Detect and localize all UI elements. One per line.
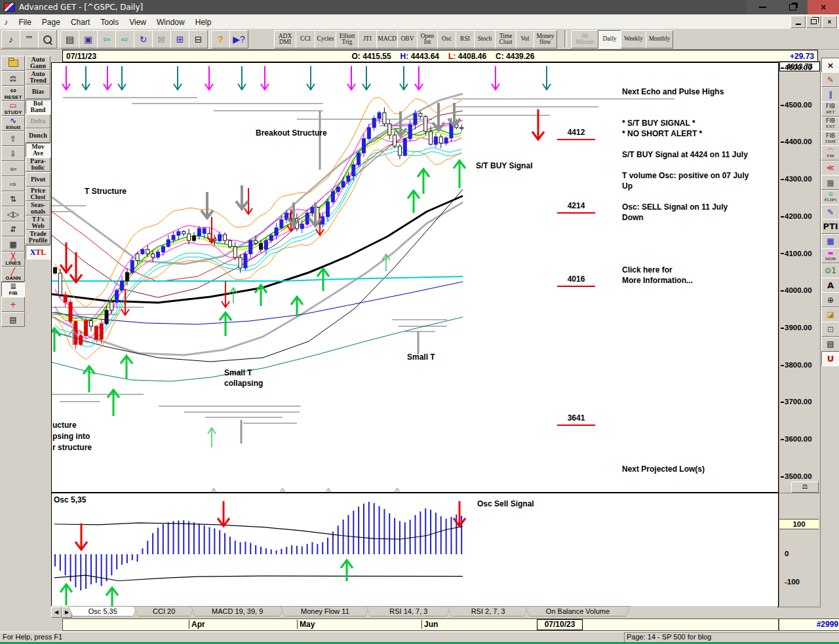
grid-icon[interactable]: ▦ [1, 237, 25, 252]
timeframe-daily[interactable]: Daily [598, 30, 621, 48]
menu-file[interactable]: File [14, 16, 37, 28]
menu-tools[interactable]: Tools [95, 16, 124, 28]
pencil-icon[interactable]: ✎ [821, 72, 839, 87]
study-donch[interactable]: Donch [26, 128, 50, 143]
indicator-macd[interactable]: MACD [376, 30, 398, 48]
study-bol-band[interactable]: BolBand [26, 100, 50, 114]
study-bias[interactable]: Bias [26, 85, 50, 99]
lines-icon[interactable]: ╳LINES [1, 252, 25, 267]
tab-rsi-2-7-3[interactable]: RSI 2, 7, 3 [448, 606, 529, 616]
help-icon[interactable]: ? [211, 30, 230, 48]
tab-cci-20[interactable]: CCI 20 [134, 606, 195, 616]
study-xtl[interactable]: XTL [26, 245, 50, 259]
mdi-close-button[interactable]: × [822, 16, 837, 28]
tab-macd-19-39-9[interactable]: MACD 19, 39, 9 [191, 606, 284, 616]
arrow-up-icon[interactable]: ⇧ [1, 131, 25, 146]
arrow-down-icon[interactable]: ⇩ [1, 146, 25, 161]
fib-icon[interactable]: ≣FIB [1, 282, 25, 297]
mdi-restore-button[interactable] [806, 16, 821, 28]
zoom-tool-icon[interactable] [38, 30, 57, 48]
save-page-icon[interactable]: ▣ [79, 30, 98, 48]
study-trade-profile[interactable]: TradeProfile [26, 230, 50, 244]
indicator-jti[interactable]: JTI [358, 30, 377, 48]
study-delta[interactable]: Delta [26, 114, 50, 128]
zoom-in-icon[interactable]: ⊕ [821, 292, 839, 307]
eraser-icon[interactable]: ◪ [821, 307, 839, 322]
tab-money-flow-11[interactable]: Money Flow 11 [281, 606, 370, 616]
indicator-open-int[interactable]: OpenInt [417, 30, 438, 48]
timeframe-60-minute[interactable]: 60Minute [571, 30, 598, 48]
print-icon[interactable]: ⊟ [189, 30, 208, 48]
study-price-clust[interactable]: PriceClust [26, 187, 50, 201]
minimize-button[interactable] [747, 0, 777, 14]
menu-window[interactable]: Window [151, 16, 190, 28]
arrow-left-icon[interactable]: ⇦ [1, 161, 25, 176]
pti-button[interactable]: PTI [821, 219, 839, 234]
fib-ext-button[interactable]: FIBEXT [821, 117, 839, 132]
study-auto-gann[interactable]: AutoGann [26, 56, 50, 70]
indicator-time-clust[interactable]: TimeClust [495, 30, 517, 48]
gann-icon[interactable]: ╱GANN [1, 267, 25, 282]
oscillator-panel[interactable]: Osc 5,35 Osc Sell Signal [51, 493, 779, 607]
indicator-money-flow[interactable]: Moneyflow [534, 30, 557, 48]
annotation-click-here-2[interactable]: More Information... [622, 276, 693, 285]
quote-tool-icon[interactable]: ”” [20, 30, 39, 48]
annotation-click-here-1[interactable]: Click here for [622, 265, 673, 275]
indicator-adx-dmi[interactable]: ADXDMI [274, 30, 296, 48]
copy-pages-icon[interactable]: ▤ [821, 337, 839, 352]
indicator-cycles[interactable]: Cycles [315, 30, 336, 48]
mdi-minimize-button[interactable] [790, 16, 806, 28]
menu-view[interactable]: View [124, 16, 151, 28]
trend-lines-icon[interactable]: ∥ [821, 87, 839, 102]
next-page-icon[interactable]: ⇨ [115, 30, 134, 48]
edit-page-icon[interactable]: ↻ [134, 30, 153, 48]
fib-arc-icon[interactable]: ◠FIB [821, 145, 839, 161]
grid-tool-icon[interactable]: ▦ [821, 175, 839, 190]
elliott-icon[interactable]: ∿Elliott [1, 116, 25, 131]
arrow-right-icon[interactable]: ⇨ [1, 176, 25, 191]
tab-rsi-14-7-3[interactable]: RSI 14, 7, 3 [366, 606, 451, 616]
tab-on-balance-volume[interactable]: On Balance Volume [525, 606, 631, 616]
grid-blue-icon[interactable]: ▦ [821, 234, 839, 249]
delete-page-icon[interactable]: ⊠ [152, 30, 171, 48]
study-seas--onals[interactable]: Seas-onals [26, 201, 50, 216]
fib-ret-button[interactable]: FIBRET [821, 102, 839, 117]
reset-icon[interactable]: ⇔RESET [1, 86, 25, 101]
timeframe-weekly[interactable]: Weekly [621, 30, 646, 48]
expand-horizontal-icon[interactable]: ◁▷ [1, 206, 25, 221]
bar-spacing-icon[interactable]: ⇅ [1, 191, 25, 206]
indicator-elliott-trig[interactable]: ElliottTrig [336, 30, 359, 48]
date-axis[interactable]: AprMayJun07/10/23 [62, 618, 779, 631]
indicator-rsi[interactable]: RSI [456, 30, 475, 48]
scale-settings-button[interactable]: ⚖ [791, 482, 819, 493]
menu-page[interactable]: Page [37, 16, 66, 28]
chart-canvas[interactable]: Next Echo and Pulse Highs* S/T BUY SIGNA… [51, 62, 779, 493]
properties-icon[interactable]: ▤ [1, 312, 25, 327]
fan-lines-icon[interactable]: ≪ [821, 161, 839, 176]
indicator-obv[interactable]: OBV [397, 30, 418, 48]
delete-draw-icon[interactable]: × [821, 58, 839, 73]
menu-chart[interactable]: Chart [66, 16, 95, 28]
indicator-vol[interactable]: Vol [516, 30, 534, 48]
timeframe-monthly[interactable]: Monthly [646, 30, 673, 48]
text-tool-icon[interactable]: A [821, 278, 839, 293]
oscillator-axis[interactable]: 1000-100 [779, 493, 821, 607]
indicator-osc[interactable]: Osc [437, 30, 456, 48]
ellipse-icon[interactable]: ⊖ELIPS [821, 190, 839, 205]
pointer-tool-icon[interactable]: ♪ [1, 30, 20, 48]
restore-button[interactable] [777, 0, 808, 14]
study-auto-trend[interactable]: AutoTrend [26, 70, 50, 85]
tab-osc-5-35[interactable]: Osc 5,35 [68, 606, 138, 616]
fit-chart-icon[interactable]: ⊡ [821, 322, 839, 337]
mob-button[interactable]: ▬MOB [821, 248, 839, 263]
context-help-icon[interactable]: ▶? [229, 30, 248, 48]
tab-scroll-left[interactable]: ◀ [51, 607, 62, 618]
study-pivot[interactable]: Pivot [26, 172, 50, 187]
indicator-cci[interactable]: CCI [296, 30, 315, 48]
open-chart-icon[interactable] [1, 56, 25, 71]
menu-help[interactable]: Help [190, 16, 217, 28]
study-tjs-web[interactable]: TJ'sWeb [26, 216, 50, 230]
pencils-icon[interactable]: ✎ [821, 204, 839, 219]
indicator-stoch[interactable]: Stoch [474, 30, 496, 48]
find-one-icon[interactable]: ⊙1 [821, 263, 839, 278]
